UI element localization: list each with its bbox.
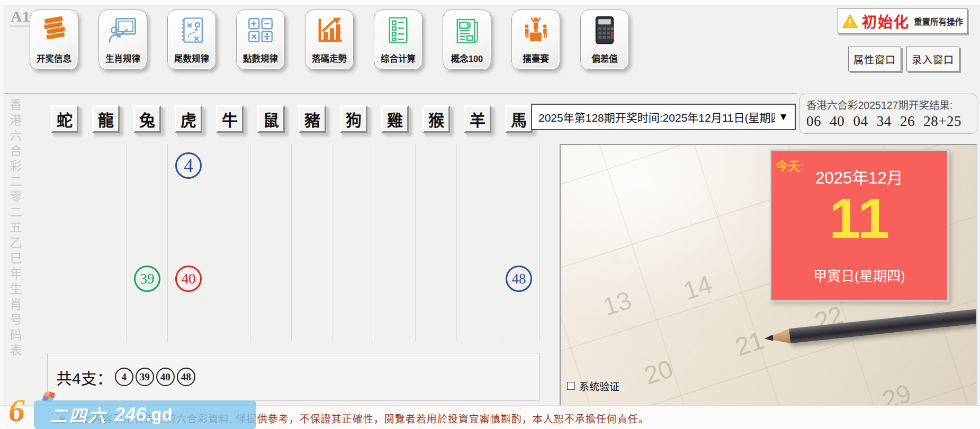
chart-icon xyxy=(314,15,345,45)
grid-column-line xyxy=(332,144,333,341)
news-icon xyxy=(452,15,482,45)
toolbar-button-label: 生肖规律 xyxy=(105,52,140,65)
grid-column-line xyxy=(415,144,416,341)
toolbar-button-math[interactable]: 點數規律 xyxy=(236,10,285,70)
warning-icon xyxy=(842,12,858,31)
grid-number-40: 40 xyxy=(175,266,202,292)
zodiac-button-4[interactable]: 虎 xyxy=(175,105,202,133)
toolbar-button-presenter[interactable]: 生肖规律 xyxy=(98,10,147,70)
grid-column-line xyxy=(167,144,168,341)
disclaimer-text: ※ 以上内容引用香港正统六合彩資料, 僅提供參考，不保證其正確性，閱覽者若用於投… xyxy=(58,411,649,425)
presenter-icon xyxy=(107,15,138,45)
grid-column-line xyxy=(539,144,540,341)
calculator-icon xyxy=(589,15,620,45)
toolbar-button-podium[interactable]: 擂臺賽 xyxy=(511,10,560,70)
toolbar-divider xyxy=(4,93,797,94)
zodiac-button-9[interactable]: 雞 xyxy=(381,105,409,133)
toolbar-button-label: 综合计算 xyxy=(381,52,416,65)
summary-number-39: 39 xyxy=(136,368,154,386)
zodiac-button-1[interactable]: 蛇 xyxy=(51,105,78,133)
today-card: 今天: 2025年12月 11 甲寅日(星期四) xyxy=(770,149,949,302)
calendar-month: 2025年12月 xyxy=(771,165,947,188)
initialize-button[interactable]: 初始化 重置所有操作 xyxy=(838,8,968,34)
toolbar-button-label: 概念100 xyxy=(451,52,483,65)
calendar-panel: 131420212229 今天: 2025年12月 11 甲寅日(星期四) 系统… xyxy=(560,144,977,412)
grid-number-39: 39 xyxy=(134,266,160,292)
grid-column-line xyxy=(374,144,374,341)
period-dropdown[interactable]: 2025年第128期开奖时间:2025年12月11日(星期四) ▼ xyxy=(531,104,796,130)
grid-number-4: 4 xyxy=(175,152,202,179)
toolbar-button-label: 點數規律 xyxy=(243,52,278,65)
summary-number-4: 4 xyxy=(115,368,133,386)
summary-numbers: 4394048 xyxy=(115,368,195,386)
calendar-day-info: 甲寅日(星期四) xyxy=(771,265,947,285)
checklist-icon xyxy=(383,15,413,45)
summary-box: 共4支： 4394048 xyxy=(47,353,540,401)
system-verify-label: 系统验证 xyxy=(579,379,619,393)
side-caption: 香港六合彩二零二五乙巳年生肖号码表 xyxy=(6,98,24,359)
grid-column-line xyxy=(456,144,457,341)
toolbar-button-label: 尾数规律 xyxy=(174,52,209,65)
math-icon xyxy=(245,15,276,45)
toolbar-button-books[interactable]: 开奖信息 xyxy=(30,10,78,70)
zodiac-button-6[interactable]: 鼠 xyxy=(257,105,285,133)
grid-column-line xyxy=(291,144,292,341)
podium-icon xyxy=(520,15,551,45)
toolbar-button-news[interactable]: 概念100 xyxy=(443,10,491,70)
zodiac-row: 蛇龍兔虎牛鼠豬狗雞猴羊馬 xyxy=(0,105,582,135)
window-top-strip xyxy=(0,0,980,5)
summary-label: 共4支： xyxy=(56,366,113,389)
system-verify-checkbox[interactable] xyxy=(567,382,575,390)
property-window-button[interactable]: 属性窗口 xyxy=(848,47,901,71)
period-dropdown-value: 2025年第128期开奖时间:2025年12月11日(星期四) xyxy=(538,109,775,125)
zodiac-button-3[interactable]: 兔 xyxy=(133,105,161,133)
grid-column-line xyxy=(126,144,127,341)
summary-number-40: 40 xyxy=(156,368,175,386)
toolbar-button-chart[interactable]: 落碼走勢 xyxy=(305,10,354,70)
calendar-day: 11 xyxy=(771,190,947,247)
zodiac-button-7[interactable]: 豬 xyxy=(299,105,326,133)
zodiac-button-12[interactable]: 馬 xyxy=(505,105,533,133)
zodiac-button-5[interactable]: 牛 xyxy=(216,105,244,133)
grid-column-line xyxy=(498,144,498,341)
system-verify-row[interactable]: 系统验证 xyxy=(567,379,619,393)
footer-bar: ※ 以上内容引用香港正统六合彩資料, 僅提供參考，不保證其正確性，閱覽者若用於投… xyxy=(0,405,980,429)
zodiac-number-grid: 4394048 xyxy=(44,144,540,341)
window-left-strip xyxy=(0,5,4,429)
toolbar-button-calculator[interactable]: 偏差值 xyxy=(580,10,629,70)
toolbar-button-checklist[interactable]: 综合计算 xyxy=(374,10,422,70)
toolbar-button-label: 落碼走勢 xyxy=(312,52,347,65)
grid-number-48: 48 xyxy=(506,266,532,292)
reset-all-label: 重置所有操作 xyxy=(914,15,963,27)
summary-number-48: 48 xyxy=(177,368,195,386)
corner-label: A1 xyxy=(10,8,31,26)
zodiac-button-2[interactable]: 龍 xyxy=(92,105,120,133)
grid-column-line xyxy=(209,144,209,341)
last-result-numbers: 06 40 04 34 26 28+25 xyxy=(806,113,970,130)
zodiac-button-8[interactable]: 狗 xyxy=(340,105,367,133)
toolbar-button-strategy[interactable]: 尾数规律 xyxy=(167,10,216,70)
toolbar-button-label: 偏差值 xyxy=(591,52,618,65)
strategy-icon xyxy=(176,15,207,45)
app-window: A1 开奖信息生肖规律尾数规律點數規律落碼走勢综合计算概念100擂臺賽偏差值 初… xyxy=(0,0,980,429)
entry-window-button[interactable]: 录入窗口 xyxy=(906,47,959,71)
last-result-panel: 香港六合彩2025127期开奖结果: 06 40 04 34 26 28+25 xyxy=(799,94,977,134)
toolbar-button-label: 开奖信息 xyxy=(37,52,71,65)
books-icon xyxy=(39,15,69,45)
grid-column-line xyxy=(250,144,250,341)
toolbar-button-label: 擂臺賽 xyxy=(523,52,549,65)
zodiac-button-11[interactable]: 羊 xyxy=(464,105,491,133)
initialize-label: 初始化 xyxy=(862,11,910,32)
zodiac-button-10[interactable]: 猴 xyxy=(422,105,450,133)
last-result-title: 香港六合彩2025127期开奖结果: xyxy=(806,97,970,112)
toolbar: 开奖信息生肖规律尾数规律點數規律落碼走勢综合计算概念100擂臺賽偏差值 xyxy=(30,10,629,70)
chevron-down-icon: ▼ xyxy=(778,111,788,123)
